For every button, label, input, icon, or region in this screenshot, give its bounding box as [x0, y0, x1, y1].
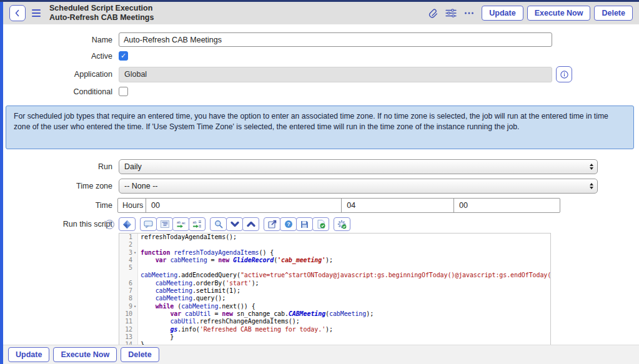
back-button[interactable] [9, 5, 26, 21]
line-number-gutter: 5 [119, 264, 138, 272]
time-field: Hours [117, 198, 560, 213]
conditional-label: Conditional [3, 87, 119, 96]
line-number-gutter [119, 272, 138, 279]
code-line: 7 cabMeeting.setLimit(1); [119, 287, 550, 295]
line-number-gutter: 10 [119, 310, 138, 318]
code-fold-toggle[interactable]: ▾ [132, 303, 137, 310]
code-text [138, 241, 144, 248]
line-number-gutter: 1 [119, 234, 138, 241]
script-label: Run this script [3, 217, 119, 229]
conditional-checkbox[interactable] [119, 87, 128, 96]
line-number-gutter: 9▾ [119, 303, 138, 310]
update-button-footer[interactable]: Update [8, 347, 49, 362]
code-text: cabMeeting.query(); [138, 295, 225, 302]
svg-text:ab: ab [177, 220, 181, 224]
pop-out-icon [268, 220, 277, 229]
svg-text:?: ? [287, 221, 290, 227]
form-body: Name Active Application Global Condition… [3, 24, 639, 349]
code-text: var cabMeeting = new GlideRecord('cab_me… [138, 257, 333, 264]
update-button[interactable]: Update [482, 6, 523, 21]
code-fold-toggle[interactable]: ▾ [132, 249, 137, 257]
code-text: var cabUtil = new sn_change_cab.CABMeeti… [138, 310, 374, 318]
info-icon [560, 71, 568, 79]
find-next-button[interactable] [226, 217, 243, 231]
timezone-select-value: -- None -- [124, 182, 590, 190]
toolbar-group-debug [334, 217, 350, 231]
back-icon [14, 9, 21, 17]
code-line: cabMeeting.addEncodedQuery("active=true^… [119, 272, 550, 279]
script-help-icon[interactable]: ? [105, 220, 114, 229]
toolbar-group-edit: ab ac ab [140, 217, 206, 231]
validate-icon [317, 220, 325, 229]
application-info-button[interactable] [556, 66, 572, 82]
script-row: Run this script ? [3, 217, 639, 349]
header-buttons: Update Execute Now Delete [482, 6, 633, 21]
execute-now-button-footer[interactable]: Execute Now [53, 347, 117, 362]
code-text: function refreshTodayAgendaItems() { [138, 249, 274, 257]
application-row: Application Global [3, 66, 639, 82]
line-number-gutter: 4 [119, 257, 138, 264]
syntax-editor-toggle-button[interactable] [119, 217, 136, 231]
replace-all-button[interactable]: ab [189, 217, 206, 231]
code-line: 4 var cabMeeting = new GlideRecord('cab_… [119, 257, 550, 264]
application-field: Global [119, 67, 552, 82]
more-options-icon[interactable] [464, 11, 474, 15]
run-select[interactable]: Daily [119, 159, 598, 174]
toolbar-group-tools: ? [264, 217, 329, 231]
form-footer: Update Execute Now Delete [3, 345, 639, 364]
active-checkbox[interactable] [119, 51, 128, 61]
select-spinner-icon [590, 164, 593, 170]
editor-help-button[interactable]: ? [280, 217, 297, 231]
code-text: cabUtil.refreshChangeAgendaItems(); [138, 318, 300, 325]
footer-buttons: Update Execute Now Delete [8, 347, 159, 362]
page-title: Scheduled Script Execution Auto-Refresh … [49, 4, 154, 22]
execute-now-button[interactable]: Execute Now [527, 6, 591, 21]
form-header: Scheduled Script Execution Auto-Refresh … [3, 2, 639, 24]
search-button[interactable] [210, 217, 227, 231]
replace-all-icon: ab [192, 220, 202, 229]
run-label: Run [3, 162, 119, 171]
validate-button[interactable] [312, 217, 329, 231]
find-previous-icon [247, 221, 255, 227]
line-number-gutter: 13 [119, 333, 138, 341]
time-minutes-input[interactable] [341, 199, 453, 212]
select-spinner-icon [590, 183, 593, 189]
time-label: Time [3, 201, 119, 210]
format-code-icon [161, 220, 169, 228]
header-actions: Update Execute Now Delete [427, 6, 633, 21]
attachment-icon[interactable] [427, 8, 438, 19]
line-number-gutter: 12 [119, 326, 138, 333]
format-code-button[interactable] [156, 217, 173, 231]
timezone-label: Time zone [3, 182, 119, 190]
save-button-editor[interactable] [296, 217, 313, 231]
code-line: 6 cabMeeting.orderBy('start'); [119, 280, 550, 287]
delete-button-footer[interactable]: Delete [121, 347, 159, 362]
code-line: 3▾function refreshTodayAgendaItems() { [119, 249, 550, 257]
code-line: 13 } [119, 333, 550, 341]
timezone-select[interactable]: -- None -- [119, 179, 598, 194]
timezone-info-message: For scheduled job types that require an … [6, 106, 634, 149]
toolbar-group-syntax [119, 217, 136, 231]
script-debugger-icon [337, 220, 347, 229]
name-row: Name [3, 32, 639, 47]
script-debugger-button[interactable] [334, 217, 350, 231]
timezone-row: Time zone -- None -- [3, 179, 639, 194]
comment-button[interactable] [140, 217, 157, 231]
comment-icon [144, 220, 153, 229]
find-previous-button[interactable] [242, 217, 259, 231]
personalize-icon[interactable] [445, 8, 457, 18]
pop-out-button[interactable] [264, 217, 280, 231]
delete-button[interactable]: Delete [594, 6, 633, 21]
code-editor[interactable]: 1refreshTodayAgendaItems();2 3▾function … [119, 233, 551, 349]
toolbar-group-search [210, 217, 259, 231]
menu-icon[interactable] [32, 9, 41, 17]
code-lines: 1refreshTodayAgendaItems();2 3▾function … [119, 234, 550, 348]
time-hours-input[interactable] [146, 199, 341, 212]
code-text: cabMeeting.setLimit(1); [138, 287, 240, 295]
name-input[interactable] [119, 32, 552, 47]
time-seconds-input[interactable] [453, 199, 560, 212]
replace-button[interactable]: ab ac [172, 217, 189, 231]
record-type: Scheduled Script Execution [49, 4, 154, 13]
code-line: 12 gs.info('Refreshed CAB meeting for to… [119, 326, 550, 333]
name-label: Name [3, 36, 119, 44]
